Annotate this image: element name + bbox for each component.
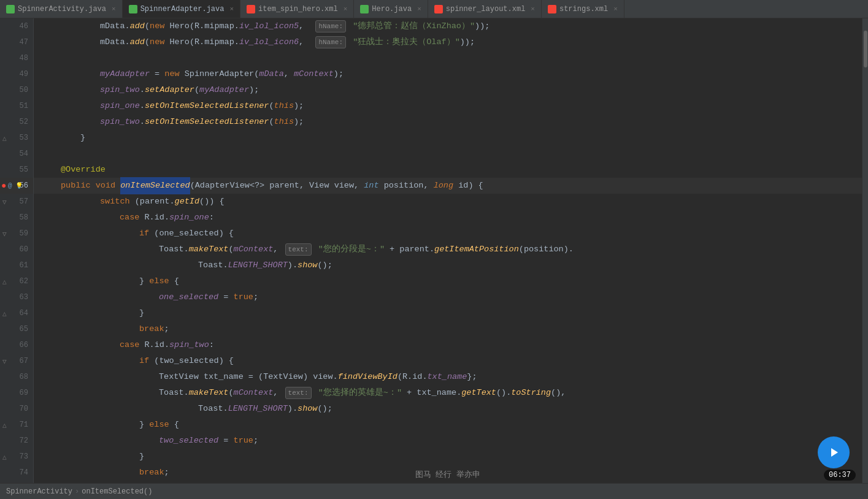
line-number: 68 bbox=[20, 373, 28, 381]
token-plain: ( bbox=[254, 66, 259, 82]
token-kw: if bbox=[139, 226, 149, 242]
tab-label: SpinnerAdapter.java bbox=[140, 5, 225, 13]
line-number: 50 bbox=[20, 86, 28, 94]
token-plain: ; bbox=[253, 289, 258, 305]
token-cn: Toast bbox=[159, 242, 184, 257]
token-plain bbox=[313, 242, 318, 257]
tab-item-spin-hero[interactable]: item_spin_hero.xml × bbox=[240, 0, 354, 18]
token-str: "狂战士：奥拉夫（Olaf）" bbox=[353, 34, 460, 50]
gutter-line-52: 52 bbox=[0, 114, 33, 130]
gutter-line-66: 66 bbox=[0, 337, 33, 353]
code-line-59: if (one_selected) { bbox=[34, 226, 862, 242]
line-number: 48 bbox=[20, 54, 28, 63]
bulb-icon: 💡 bbox=[15, 182, 23, 189]
scrollbar-thumb[interactable] bbox=[864, 31, 867, 67]
token-cn: Hero bbox=[169, 18, 189, 34]
breakpoint-icon: ● bbox=[1, 181, 6, 191]
tab-spinner-activity[interactable]: SpinnerActivity.java × bbox=[0, 0, 123, 18]
line-number: 55 bbox=[20, 166, 28, 174]
tab-spinner-layout[interactable]: spinner_layout.xml × bbox=[428, 0, 542, 18]
token-plain: ( bbox=[145, 34, 150, 50]
token-plain: . bbox=[223, 401, 228, 417]
token-cn: Toast bbox=[159, 385, 184, 401]
token-long-kw: long bbox=[434, 178, 453, 194]
token-plain: ). bbox=[288, 401, 298, 417]
token-plain: )); bbox=[460, 34, 475, 50]
line-number: 53 bbox=[20, 134, 28, 142]
token-field: iv_lol_icon6 bbox=[239, 34, 299, 50]
token-cn: SpinnerAdapter bbox=[185, 66, 254, 82]
token-field: mContext bbox=[294, 66, 334, 82]
tab-close[interactable]: × bbox=[112, 6, 116, 13]
tab-close[interactable]: × bbox=[613, 6, 618, 13]
token-field: mData bbox=[259, 66, 284, 82]
gutter-line-49: 49 bbox=[0, 66, 33, 82]
token-field: spin_two bbox=[100, 114, 140, 130]
gutter-line-50: 50 bbox=[0, 82, 33, 98]
token-field: mContext bbox=[234, 385, 274, 401]
token-method: add bbox=[130, 18, 145, 34]
token-method: getText bbox=[461, 385, 496, 401]
token-plain: R.id. bbox=[139, 337, 169, 353]
tab-close[interactable]: × bbox=[417, 6, 421, 13]
token-plain: = bbox=[218, 289, 233, 305]
tab-strings-xml[interactable]: strings.xml × bbox=[542, 0, 624, 18]
tab-label: spinner_layout.xml bbox=[446, 5, 526, 13]
line-number: 61 bbox=[20, 261, 28, 270]
line-number: 59 bbox=[20, 229, 28, 238]
code-area[interactable]: mData.add(new Hero(R.mipmap.iv_lol_icon5… bbox=[34, 18, 862, 483]
vertical-scrollbar[interactable] bbox=[862, 18, 868, 483]
code-line-70: Toast.LENGTH_SHORT).show(); bbox=[34, 401, 862, 417]
token-kw: void bbox=[96, 178, 115, 194]
token-field: myAdadpter bbox=[199, 82, 249, 98]
tab-close[interactable]: × bbox=[531, 6, 535, 13]
token-kw: new bbox=[150, 18, 164, 34]
token-plain: ) { bbox=[219, 226, 234, 242]
gutter-line-69: 69 bbox=[0, 385, 33, 401]
token-plain: , bbox=[299, 178, 309, 194]
code-line-69: Toast.makeText(mContext, text: "您选择的英雄是~… bbox=[34, 385, 862, 401]
token-plain: , bbox=[299, 34, 313, 50]
breadcrumb: SpinnerActivity › onItemSelected() bbox=[6, 487, 152, 496]
token-var: view bbox=[334, 178, 354, 194]
token-cn: Toast bbox=[198, 401, 223, 417]
gutter-line-48: 48 bbox=[0, 50, 33, 66]
line-number: 70 bbox=[20, 405, 28, 413]
token-plain: . bbox=[333, 369, 338, 385]
token-method: setAdapter bbox=[145, 82, 194, 98]
line-number: 51 bbox=[20, 102, 28, 110]
tab-close[interactable]: × bbox=[229, 6, 234, 13]
code-line-58: case R.id.spin_one: bbox=[34, 210, 862, 226]
tab-bar: SpinnerActivity.java × SpinnerAdapter.ja… bbox=[0, 0, 868, 18]
at-sign-icon: @ bbox=[8, 182, 12, 189]
token-plain: . bbox=[169, 194, 174, 210]
token-plain: ); bbox=[249, 82, 259, 98]
tab-label: SpinnerActivity.java bbox=[18, 5, 106, 13]
code-line-48 bbox=[34, 50, 862, 66]
video-button[interactable] bbox=[818, 436, 850, 468]
code-line-61: Toast.LENGTH_SHORT).show(); bbox=[34, 257, 862, 273]
token-plain: <?> bbox=[250, 178, 269, 194]
token-hint: text: bbox=[285, 387, 312, 399]
token-plain bbox=[115, 178, 120, 194]
line-number: 64 bbox=[20, 309, 28, 318]
token-plain: } bbox=[139, 417, 149, 433]
fold-open-icon: ▽ bbox=[2, 230, 7, 238]
token-plain: ). bbox=[564, 242, 574, 257]
tab-hero-java[interactable]: Hero.java × bbox=[354, 0, 428, 18]
line-number: 62 bbox=[20, 277, 28, 286]
token-plain: ( bbox=[228, 385, 233, 401]
token-plain: ( bbox=[228, 242, 233, 257]
token-plain: . bbox=[140, 114, 145, 130]
gutter-line-63: 63 bbox=[0, 289, 33, 305]
token-plain: ( bbox=[130, 194, 140, 210]
line-number: 54 bbox=[20, 150, 28, 158]
token-str: "您选择的英雄是~：" bbox=[318, 385, 402, 401]
tab-label: strings.xml bbox=[559, 5, 608, 13]
token-field: txt_name bbox=[428, 369, 467, 385]
gutter-line-70: 70 bbox=[0, 401, 33, 417]
java-icon bbox=[6, 5, 15, 13]
tab-close[interactable]: × bbox=[344, 6, 348, 13]
tab-spinner-adapter[interactable]: SpinnerAdapter.java × bbox=[123, 0, 240, 18]
token-kw: break bbox=[139, 321, 164, 337]
